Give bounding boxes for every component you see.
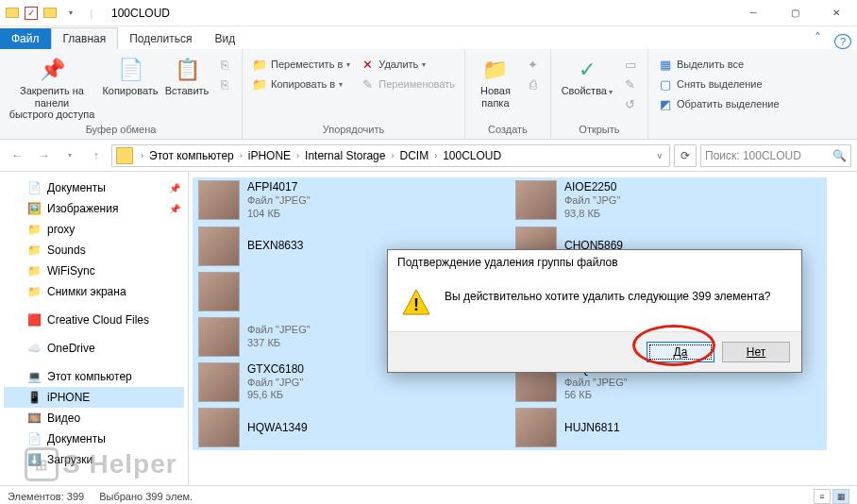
tab-file[interactable]: Файл xyxy=(0,28,51,49)
paste-button[interactable]: 📋 Вставить xyxy=(162,53,211,99)
delete-button[interactable]: ✕Удалить xyxy=(356,55,459,74)
properties-icon: ✓ xyxy=(572,55,602,85)
tab-share[interactable]: Поделиться xyxy=(118,28,203,49)
no-button[interactable]: Нет xyxy=(722,342,790,362)
ribbon-collapse-icon[interactable]: ˄ xyxy=(807,26,829,49)
tree-item-icon: 📄 xyxy=(26,180,42,195)
yes-button[interactable]: Да xyxy=(647,342,714,362)
tree-item[interactable]: 🎞️Видео xyxy=(4,408,184,428)
tree-item-icon: 📁 xyxy=(26,222,42,237)
tree-item[interactable]: 📁Sounds xyxy=(4,240,184,260)
clipboard-shortcuts: ⎘ ⎘ xyxy=(213,53,236,93)
open-button[interactable]: ▭ xyxy=(619,55,642,74)
tree-item[interactable]: 📱iPHONE xyxy=(4,387,184,408)
new-folder-icon: 📁 xyxy=(480,55,511,85)
crumb[interactable]: Internal Storage xyxy=(303,149,387,162)
copy-to-button[interactable]: 📁Копировать в xyxy=(248,75,354,93)
pin-quick-access-button[interactable]: 📌 Закрепить на панели быстрого доступа xyxy=(6,53,98,123)
tree-item[interactable]: 📁Снимки экрана xyxy=(4,281,184,302)
crumb[interactable]: iPHONE xyxy=(246,149,293,162)
file-thumbnail xyxy=(198,408,240,447)
recent-locations-button[interactable]: ▾ xyxy=(59,144,81,167)
close-button[interactable]: ✕ xyxy=(815,0,857,26)
search-input[interactable]: Поиск: 100CLOUD 🔍 xyxy=(700,144,851,167)
view-large-button[interactable]: ▦ xyxy=(832,489,849,504)
file-type: Файл "JPEG" xyxy=(564,377,628,390)
pin-icon: 📌 xyxy=(37,55,67,85)
file-name: AFPI4017 xyxy=(247,180,311,194)
new-item-button[interactable]: ✦ xyxy=(522,55,545,74)
ribbon-group-new: 📁 Новая папка ✦ ⎙ Создать xyxy=(465,49,551,139)
refresh-button[interactable]: ⟳ xyxy=(674,144,697,167)
file-name: GTXC6180 xyxy=(247,362,304,377)
paste-icon: 📋 xyxy=(172,55,202,85)
svg-text:!: ! xyxy=(413,295,419,314)
select-all-icon: ▦ xyxy=(658,57,673,72)
ribbon-group-clipboard: 📌 Закрепить на панели быстрого доступа 📄… xyxy=(0,49,243,139)
move-icon: 📁 xyxy=(252,57,267,72)
select-none-button[interactable]: ▢Снять выделение xyxy=(654,75,783,93)
minimize-button[interactable]: ─ xyxy=(732,0,774,26)
window-title: 100CLOUD xyxy=(104,7,177,20)
tree-item-label: iPHONE xyxy=(47,391,90,404)
rename-button[interactable]: ✎Переименовать xyxy=(356,75,459,93)
paste-shortcut-button[interactable]: ⎘ xyxy=(213,75,236,93)
pin-icon: 📌 xyxy=(169,183,180,193)
search-icon: 🔍 xyxy=(832,149,847,162)
move-to-button[interactable]: 📁Переместить в xyxy=(248,55,354,74)
select-all-button[interactable]: ▦Выделить все xyxy=(654,55,783,74)
tree-item[interactable]: 💻Этот компьютер xyxy=(4,366,184,387)
crumb[interactable]: Этот компьютер xyxy=(147,149,236,162)
tree-item[interactable]: ⬇️Загрузки xyxy=(4,449,184,470)
new-folder-button[interactable]: 📁 Новая папка xyxy=(471,53,520,110)
tree-item-label: Документы xyxy=(47,181,106,194)
tree-item[interactable]: 📁WiFiSync xyxy=(4,260,184,281)
file-item[interactable]: AIOE2250Файл "JPG"93,8 КБ xyxy=(510,177,827,224)
qat-dropdown-icon[interactable]: ▾ xyxy=(62,5,79,22)
tree-item-icon: 📱 xyxy=(26,390,42,405)
tab-home[interactable]: Главная xyxy=(51,27,119,49)
copy-button[interactable]: 📄 Копировать xyxy=(100,53,160,99)
file-item[interactable]: AFPI4017Файл "JPEG"104 КБ xyxy=(193,177,510,224)
maximize-button[interactable]: ▢ xyxy=(774,0,815,26)
tree-item[interactable]: 🖼️Изображения📌 xyxy=(4,198,184,219)
ribbon: 📌 Закрепить на панели быстрого доступа 📄… xyxy=(0,49,857,140)
invert-selection-button[interactable]: ◩Обратить выделение xyxy=(654,94,783,113)
view-details-button[interactable]: ≡ xyxy=(814,489,831,504)
breadcrumb[interactable]: › Этот компьютер› iPHONE› Internal Stora… xyxy=(111,144,670,167)
up-button[interactable]: ↑ xyxy=(85,144,108,167)
tree-item-label: WiFiSync xyxy=(47,264,95,277)
crumb[interactable]: 100CLOUD xyxy=(441,149,503,162)
easy-access-button[interactable]: ⎙ xyxy=(522,75,545,93)
forward-button[interactable]: → xyxy=(32,144,55,167)
tree-item-label: OneDrive xyxy=(47,342,95,355)
tree-item[interactable]: ☁️OneDrive xyxy=(4,338,184,359)
tree-item[interactable]: 📄Документы xyxy=(4,428,184,449)
search-placeholder: Поиск: 100CLOUD xyxy=(705,149,801,162)
qat-checkbox-icon[interactable]: ✓ xyxy=(25,7,38,20)
help-icon[interactable]: ? xyxy=(834,34,851,49)
tab-view[interactable]: Вид xyxy=(203,28,246,49)
copy-to-icon: 📁 xyxy=(252,76,267,92)
back-button[interactable]: ← xyxy=(6,144,28,167)
dialog-message: Вы действительно хотите удалить следующи… xyxy=(445,288,771,303)
file-item[interactable]: HUJN6811 xyxy=(510,405,827,450)
item-count: Элементов: 399 xyxy=(8,491,84,502)
tree-item[interactable]: 📄Документы📌 xyxy=(4,177,184,198)
path-icon: ⎘ xyxy=(217,57,232,72)
tree-item[interactable]: 🟥Creative Cloud Files xyxy=(4,310,184,330)
tree-item-label: Документы xyxy=(47,432,106,445)
tree-item[interactable]: 📁proxy xyxy=(4,219,184,240)
history-button[interactable]: ↺ xyxy=(619,94,642,113)
qat-folder-icon[interactable] xyxy=(42,5,59,22)
edit-button[interactable]: ✎ xyxy=(619,75,642,93)
crumb[interactable]: DCIM xyxy=(397,149,430,162)
tree-item-label: Этот компьютер xyxy=(47,370,132,383)
ribbon-tabs: Файл Главная Поделиться Вид ˄ ? xyxy=(0,26,857,49)
selected-count: Выбрано 399 элем. xyxy=(99,491,193,502)
copy-path-button[interactable]: ⎘ xyxy=(213,55,236,74)
tree-item-label: Снимки экрана xyxy=(47,285,126,298)
properties-button[interactable]: ✓ Свойства xyxy=(557,53,617,99)
tree-item-icon: ☁️ xyxy=(26,341,42,356)
file-item[interactable]: HQWA1349 xyxy=(193,405,510,450)
